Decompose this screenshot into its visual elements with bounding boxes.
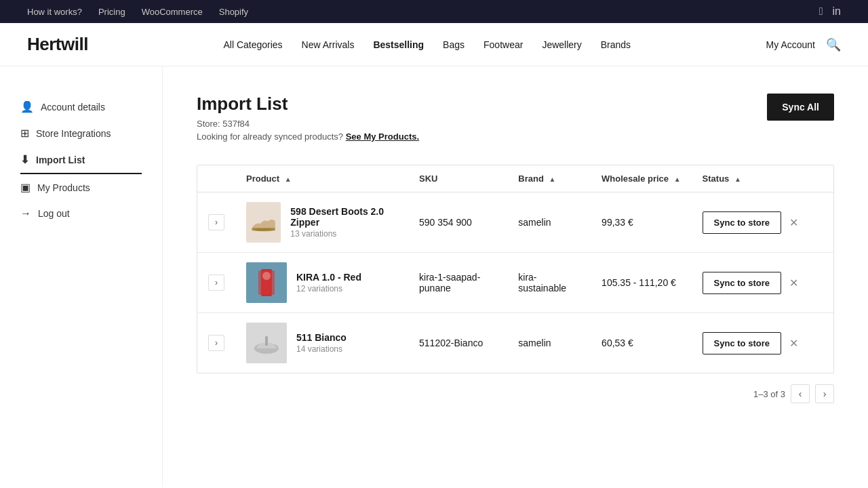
price-cell-1: 99,33 € <box>591 192 692 253</box>
expand-row-3-button[interactable]: › <box>208 335 224 351</box>
linkedin-icon[interactable]: in <box>833 5 841 18</box>
pagination-text: 1–3 of 3 <box>753 389 785 399</box>
action-cell-2: Sync to store ✕ <box>692 253 812 313</box>
sidebar-label-import-list: Import List <box>36 155 85 165</box>
product-name-3: 511 Bianco <box>296 332 347 343</box>
sidebar-item-log-out[interactable]: → Log out <box>20 201 142 226</box>
table-row: › <box>197 253 833 313</box>
sidebar-item-import-list[interactable]: ⬇ Import List <box>20 146 142 174</box>
store-label: Store: 537f84 <box>197 119 419 129</box>
topbar-link-how-it-works[interactable]: How it works? <box>27 7 82 17</box>
svg-point-4 <box>262 272 271 280</box>
brand-cell-2: kira-sustainable <box>507 253 591 313</box>
svg-rect-7 <box>265 336 268 346</box>
col-price-header[interactable]: Wholesale price ▲ <box>591 165 692 192</box>
product-cell-3: 511 Bianco 14 variations <box>235 313 408 373</box>
logo: Hertwill <box>27 34 88 55</box>
nav-footwear[interactable]: Footwear <box>484 39 523 50</box>
product-thumb-2 <box>246 262 287 303</box>
sidebar-item-account-details[interactable]: 👤 Account details <box>20 94 142 120</box>
price-cell-2: 105.35 - 111,20 € <box>591 253 692 313</box>
header-right: My Account 🔍 <box>766 37 841 52</box>
expand-row-1-button[interactable]: › <box>208 214 224 230</box>
product-variations-2: 12 variations <box>296 284 361 293</box>
sidebar-label-log-out: Log out <box>38 208 70 219</box>
table-header: Product ▲ SKU Brand ▲ Wholesale price ▲ <box>197 165 833 192</box>
expand-cell-1: › <box>197 192 235 253</box>
expand-cell-2: › <box>197 253 235 313</box>
price-cell-3: 60,53 € <box>591 313 692 373</box>
remove-row-1-button[interactable]: ✕ <box>787 214 801 232</box>
sidebar-item-store-integrations[interactable]: ⊞ Store Integrations <box>20 120 142 146</box>
remove-row-3-button[interactable]: ✕ <box>787 334 801 352</box>
col-status-header[interactable]: Status ▲ <box>692 165 812 192</box>
topbar-link-woocommerce[interactable]: WooCommerce <box>142 7 203 17</box>
expand-cell-3: › <box>197 313 235 373</box>
product-name-2: KIRA 1.0 - Red <box>296 272 361 283</box>
col-brand-header[interactable]: Brand ▲ <box>507 165 591 192</box>
table-row: › <box>197 192 833 253</box>
sort-product-icon: ▲ <box>285 176 292 183</box>
product-cell-2: KIRA 1.0 - Red 12 variations <box>235 253 408 313</box>
sidebar-label-store-integrations: Store Integrations <box>36 128 111 139</box>
nav-bestselling[interactable]: Bestselling <box>373 39 424 50</box>
my-account-link[interactable]: My Account <box>766 39 815 50</box>
sidebar-label-my-products: My Products <box>37 182 90 193</box>
products-icon: ▣ <box>20 181 31 194</box>
pagination-prev-button[interactable]: ‹ <box>791 384 810 403</box>
action-cell-1: Sync to store ✕ <box>692 192 812 253</box>
product-variations-1: 13 variations <box>290 229 397 239</box>
sort-status-icon: ▲ <box>734 176 741 183</box>
sync-to-store-button-2[interactable]: Sync to store <box>703 272 781 294</box>
nav-new-arrivals[interactable]: New Arrivals <box>302 39 355 50</box>
brand-cell-3: samelin <box>507 313 591 373</box>
search-button[interactable]: 🔍 <box>826 37 841 52</box>
user-icon: 👤 <box>20 100 34 113</box>
sort-brand-icon: ▲ <box>549 176 555 183</box>
action-cell-3: Sync to store ✕ <box>692 313 812 373</box>
page-header-row: Import List Store: 537f84 Looking for al… <box>197 94 834 144</box>
sort-price-icon: ▲ <box>674 176 681 183</box>
product-cell-1: 598 Desert Boots 2.0 Zipper 13 variation… <box>235 192 408 253</box>
sync-to-store-button-1[interactable]: Sync to store <box>703 211 781 234</box>
expand-row-2-button[interactable]: › <box>208 274 224 291</box>
pagination: 1–3 of 3 ‹ › <box>197 373 834 414</box>
nav-jewellery[interactable]: Jewellery <box>542 39 581 50</box>
topbar-social:  in <box>819 5 841 18</box>
main-nav: All Categories New Arrivals Bestselling … <box>223 39 631 50</box>
layout: 👤 Account details ⊞ Store Integrations ⬇… <box>0 66 868 487</box>
remove-row-2-button[interactable]: ✕ <box>787 274 801 292</box>
sync-to-store-button-3[interactable]: Sync to store <box>703 332 781 354</box>
product-variations-3: 14 variations <box>296 344 347 354</box>
product-name-1: 598 Desert Boots 2.0 Zipper <box>290 206 397 228</box>
col-actions-header <box>812 165 833 192</box>
sidebar: 👤 Account details ⊞ Store Integrations ⬇… <box>0 66 163 487</box>
import-icon: ⬇ <box>20 153 29 166</box>
nav-all-categories[interactable]: All Categories <box>223 39 282 50</box>
col-expand <box>197 165 235 192</box>
topbar-link-pricing[interactable]: Pricing <box>98 7 125 17</box>
nav-brands[interactable]: Brands <box>601 39 631 50</box>
nav-bags[interactable]: Bags <box>443 39 465 50</box>
sidebar-item-my-products[interactable]: ▣ My Products <box>20 174 142 201</box>
page-title: Import List <box>197 94 419 115</box>
sku-cell-2: kira-1-saapad-punane <box>408 253 507 313</box>
logout-icon: → <box>20 207 31 220</box>
sku-cell-3: 511202-Bianco <box>408 313 507 373</box>
product-thumb-1 <box>246 202 281 243</box>
col-sku-header: SKU <box>408 165 507 192</box>
header: Hertwill All Categories New Arrivals Bes… <box>0 23 868 66</box>
sku-cell-1: 590 354 900 <box>408 192 507 253</box>
facebook-icon[interactable]:  <box>819 5 823 18</box>
see-my-products-link[interactable]: See My Products. <box>346 131 419 142</box>
brand-cell-1: samelin <box>507 192 591 253</box>
sidebar-label-account-details: Account details <box>41 102 105 113</box>
sync-all-button[interactable]: Sync All <box>767 94 834 121</box>
main-content: Import List Store: 537f84 Looking for al… <box>163 66 868 487</box>
pagination-next-button[interactable]: › <box>815 384 834 403</box>
col-product-header[interactable]: Product ▲ <box>235 165 408 192</box>
topbar-link-shopify[interactable]: Shopify <box>219 7 248 17</box>
table-body: › <box>197 192 833 373</box>
import-list-table: Product ▲ SKU Brand ▲ Wholesale price ▲ <box>197 165 834 373</box>
topbar: How it works? Pricing WooCommerce Shopif… <box>0 0 868 23</box>
